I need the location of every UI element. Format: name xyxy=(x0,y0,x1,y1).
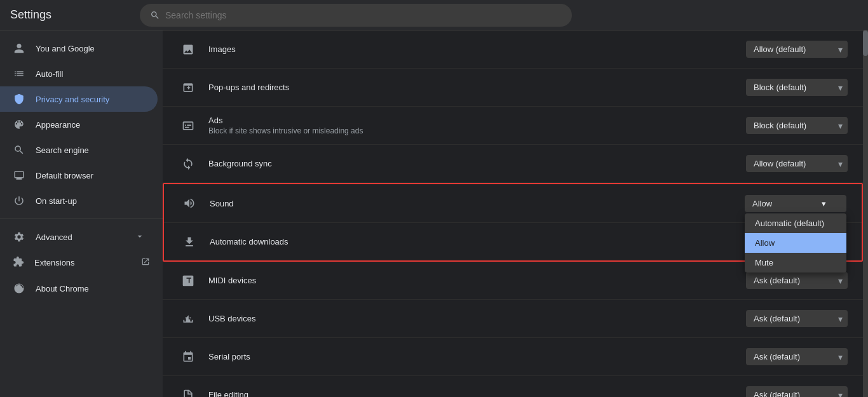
usb-dropdown-wrapper[interactable]: Ask (default) Allow Block ▾ xyxy=(746,310,848,327)
sidebar-item-label: Default browser xyxy=(36,171,93,180)
ads-icon xyxy=(178,119,198,132)
sound-control: Allow ▾ Automatic (default) Allow Mute xyxy=(745,195,846,212)
puzzle-icon xyxy=(13,256,24,269)
midi-text: MIDI devices xyxy=(208,276,746,285)
monitor-icon xyxy=(13,169,25,182)
sidebar-item-default-browser[interactable]: Default browser xyxy=(0,163,158,188)
chrome-icon xyxy=(13,282,25,295)
sidebar-item-about-chrome[interactable]: About Chrome xyxy=(0,276,158,301)
background-sync-row: Background sync Allow (default) Block ▾ xyxy=(163,145,863,183)
background-sync-dropdown[interactable]: Allow (default) Block xyxy=(746,155,848,172)
sound-current-value: Allow xyxy=(752,199,772,208)
page-title: Settings xyxy=(10,8,125,22)
sound-dropdown-arrow-icon: ▾ xyxy=(822,199,826,208)
auto-dl-text: Automatic downloads xyxy=(210,237,745,246)
popups-label: Pop-ups and redirects xyxy=(208,83,746,92)
file-icon xyxy=(178,389,198,398)
download-icon xyxy=(179,236,200,248)
background-sync-dropdown-wrapper[interactable]: Allow (default) Block ▾ xyxy=(746,155,848,172)
sidebar-item-you-and-google[interactable]: You and Google xyxy=(0,36,158,61)
power-icon xyxy=(13,194,25,207)
sound-dropdown-button[interactable]: Allow ▾ xyxy=(745,195,846,212)
midi-label: MIDI devices xyxy=(208,276,746,285)
usb-row: USB devices Ask (default) Allow Block ▾ xyxy=(163,300,863,338)
popups-dropdown[interactable]: Block (default) Allow xyxy=(746,79,848,96)
file-editing-dropdown-wrapper[interactable]: Ask (default) Allow Block ▾ xyxy=(746,386,848,397)
list-icon xyxy=(13,67,25,80)
popups-dropdown-wrapper[interactable]: Block (default) Allow ▾ xyxy=(746,79,848,96)
popups-control[interactable]: Block (default) Allow ▾ xyxy=(746,79,848,96)
sound-option-automatic[interactable]: Automatic (default) xyxy=(745,213,846,233)
sidebar-item-label: About Chrome xyxy=(36,284,89,293)
images-dropdown-wrapper[interactable]: Allow (default) Block ▾ xyxy=(746,41,848,58)
sidebar-item-label: Privacy and security xyxy=(36,95,109,104)
sidebar-item-label: On start-up xyxy=(36,196,77,206)
content-area: Images Allow (default) Block ▾ Pop-ups a… xyxy=(163,30,863,397)
file-editing-control[interactable]: Ask (default) Allow Block ▾ xyxy=(746,386,848,397)
search-input[interactable] xyxy=(165,10,562,20)
images-dropdown[interactable]: Allow (default) Block xyxy=(746,41,848,58)
sound-row: Sound Allow ▾ Automatic (default) Allow … xyxy=(164,184,862,222)
sidebar-item-label: Auto-fill xyxy=(36,69,63,79)
file-editing-label: File editing xyxy=(208,390,746,397)
midi-dropdown[interactable]: Ask (default) Allow Block xyxy=(746,272,848,289)
file-editing-text: File editing xyxy=(208,390,746,397)
chevron-down-icon xyxy=(135,231,145,243)
usb-control[interactable]: Ask (default) Allow Block ▾ xyxy=(746,310,848,327)
top-bar: Settings xyxy=(0,0,868,30)
right-scrollbar[interactable] xyxy=(863,30,868,397)
scrollbar-thumb[interactable] xyxy=(863,30,868,56)
sidebar: You and Google Auto-fill Privacy and sec… xyxy=(0,30,163,397)
midi-dropdown-wrapper[interactable]: Ask (default) Allow Block ▾ xyxy=(746,272,848,289)
search-icon xyxy=(150,10,160,20)
sidebar-item-on-startup[interactable]: On start-up xyxy=(0,188,158,213)
sound-dropdown-container: Allow ▾ Automatic (default) Allow Mute xyxy=(745,195,846,212)
sidebar-item-appearance[interactable]: Appearance xyxy=(0,112,158,137)
sound-section: Sound Allow ▾ Automatic (default) Allow … xyxy=(163,183,863,262)
usb-icon xyxy=(178,313,198,325)
serial-text: Serial ports xyxy=(208,352,746,361)
sidebar-item-label: Search engine xyxy=(36,145,89,155)
sidebar-item-privacy[interactable]: Privacy and security xyxy=(0,86,158,112)
sound-dropdown-menu: Automatic (default) Allow Mute xyxy=(745,213,846,273)
usb-dropdown[interactable]: Ask (default) Allow Block xyxy=(746,310,848,327)
sync-icon xyxy=(178,158,198,170)
serial-control[interactable]: Ask (default) Allow Block ▾ xyxy=(746,348,848,365)
serial-dropdown-wrapper[interactable]: Ask (default) Allow Block ▾ xyxy=(746,348,848,365)
sidebar-item-label: Extensions xyxy=(34,258,75,267)
palette-icon xyxy=(13,118,25,131)
search-bar xyxy=(140,4,572,27)
sidebar-item-extensions[interactable]: Extensions xyxy=(0,250,163,276)
sidebar-item-search-engine[interactable]: Search engine xyxy=(0,137,158,163)
auto-dl-label: Automatic downloads xyxy=(210,237,745,246)
images-control[interactable]: Allow (default) Block ▾ xyxy=(746,41,848,58)
serial-icon xyxy=(178,351,198,363)
midi-icon xyxy=(178,274,198,287)
popup-icon xyxy=(178,81,198,94)
usb-text: USB devices xyxy=(208,314,746,323)
sound-icon xyxy=(179,197,200,210)
sound-option-allow[interactable]: Allow xyxy=(745,233,846,253)
main-layout: You and Google Auto-fill Privacy and sec… xyxy=(0,30,868,397)
sidebar-item-advanced[interactable]: Advanced xyxy=(0,224,158,250)
background-sync-control[interactable]: Allow (default) Block ▾ xyxy=(746,155,848,172)
sidebar-item-auto-fill[interactable]: Auto-fill xyxy=(0,61,158,86)
popups-row: Pop-ups and redirects Block (default) Al… xyxy=(163,69,863,107)
ads-dropdown-wrapper[interactable]: Block (default) Allow ▾ xyxy=(746,117,848,134)
sound-label: Sound xyxy=(210,199,745,208)
serial-dropdown[interactable]: Ask (default) Allow Block xyxy=(746,348,848,365)
background-sync-text: Background sync xyxy=(208,159,746,168)
images-row: Images Allow (default) Block ▾ xyxy=(163,30,863,69)
popups-text: Pop-ups and redirects xyxy=(208,83,746,92)
images-text: Images xyxy=(208,44,746,54)
external-link-icon xyxy=(141,257,150,268)
sidebar-item-label: Appearance xyxy=(36,120,80,130)
ads-control[interactable]: Block (default) Allow ▾ xyxy=(746,117,848,134)
ads-dropdown[interactable]: Block (default) Allow xyxy=(746,117,848,134)
ads-text: Ads Block if site shows intrusive or mis… xyxy=(208,116,746,135)
file-editing-dropdown[interactable]: Ask (default) Allow Block xyxy=(746,386,848,397)
serial-label: Serial ports xyxy=(208,352,746,361)
midi-control[interactable]: Ask (default) Allow Block ▾ xyxy=(746,272,848,289)
sound-option-mute[interactable]: Mute xyxy=(745,253,846,273)
ads-row: Ads Block if site shows intrusive or mis… xyxy=(163,107,863,145)
